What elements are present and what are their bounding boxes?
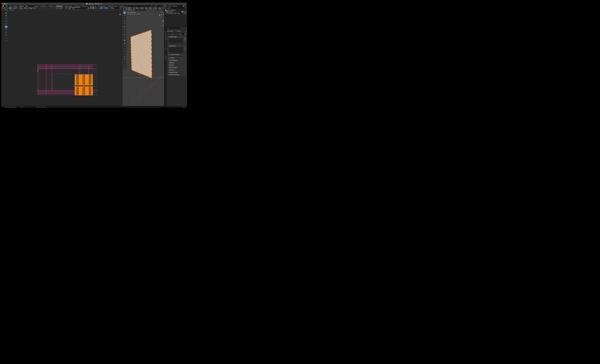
- viewport-annotate-tool[interactable]: ✎: [123, 28, 126, 30]
- breadcrumb-object[interactable]: Tütchen...: [169, 30, 174, 32]
- menu-window[interactable]: Window: [18, 5, 24, 7]
- zoom-icon[interactable]: ⌕: [119, 11, 120, 13]
- uv-image-area[interactable]: ✕: [37, 64, 98, 95]
- uv-map-field[interactable]: UVMap: [109, 7, 119, 9]
- resize-grip-icon[interactable]: ▶: [169, 52, 170, 53]
- uv-snap-toggle[interactable]: ⊂: [56, 7, 58, 9]
- disable-render-icon[interactable]: [185, 13, 186, 14]
- viewport-transform-tool[interactable]: ◈: [123, 25, 126, 28]
- panel-color-attributes[interactable]: ▸Color Attributes∷∷: [168, 59, 187, 61]
- uv-sticky-selection-dropdown[interactable]: ▣▾: [17, 7, 19, 9]
- uv-pinch-tool[interactable]: ≈: [5, 39, 8, 42]
- uv-select-vertex-button[interactable]: ⠂: [7, 7, 9, 9]
- face-select-button[interactable]: ▰: [133, 7, 135, 9]
- panel-normals[interactable]: ▸Normals∷∷: [168, 64, 187, 66]
- panel-geometry-data[interactable]: ▸Geometry Data∷∷: [168, 71, 187, 73]
- outliner-row-scene-collection[interactable]: Scene Collection: [164, 9, 187, 11]
- mirror-x-button[interactable]: X: [148, 9, 150, 11]
- drag-dots-icon[interactable]: ∷∷: [184, 74, 186, 75]
- expand-icon[interactable]: ▾: [166, 11, 166, 12]
- viewport-menu-vertex[interactable]: Vertex: [152, 7, 158, 9]
- add-shape-key-button[interactable]: +: [184, 47, 186, 49]
- unlink-scene-button[interactable]: ×: [166, 5, 167, 7]
- mode-dropdown[interactable]: ⬚Edit Mode▾: [125, 7, 128, 9]
- navigation-gizmo[interactable]: X: [158, 11, 164, 18]
- solid-shading-button[interactable]: ◧: [130, 9, 132, 11]
- properties-tab-particles[interactable]: ∴: [164, 49, 167, 51]
- properties-tab-view-layer[interactable]: ❏: [164, 38, 167, 40]
- drag-dots-icon[interactable]: ∷∷: [184, 67, 186, 68]
- hide-eye-icon[interactable]: [183, 13, 185, 14]
- viewport-poly-build-tool[interactable]: ⌂: [123, 50, 126, 53]
- uv-annotate-tool[interactable]: ✎: [5, 28, 8, 31]
- menu-file[interactable]: File: [5, 5, 9, 7]
- drag-dots-icon[interactable]: ∷∷: [184, 65, 186, 66]
- scene-selector[interactable]: Scene: [153, 5, 163, 7]
- remove-vertex-group-button[interactable]: −: [184, 40, 186, 41]
- viewport-bevel-tool[interactable]: ◢: [123, 42, 126, 44]
- properties-tab-tool[interactable]: ⚒: [164, 31, 167, 33]
- viewport-pan-icon[interactable]: ✋: [162, 20, 164, 22]
- properties-search-input[interactable]: [168, 27, 180, 29]
- uv-rotate-tool[interactable]: ↻: [5, 20, 8, 22]
- properties-tab-physics[interactable]: ◌: [164, 52, 167, 54]
- new-image-button[interactable]: [90, 7, 92, 9]
- outliner-search-input[interactable]: [170, 7, 185, 9]
- drag-dots-icon[interactable]: ∷∷: [184, 46, 186, 46]
- new-scene-button[interactable]: [164, 5, 166, 7]
- uv-pivot-dropdown[interactable]: ⊡▾: [53, 7, 56, 9]
- panel-uv-maps[interactable]: ▸UV Maps∷∷: [168, 57, 187, 59]
- properties-tab-object[interactable]: ▢: [164, 45, 167, 47]
- image-pin-icon[interactable]: [97, 7, 99, 9]
- uv-move-tool[interactable]: +: [5, 17, 8, 20]
- properties-tab-world[interactable]: ◍: [164, 42, 167, 45]
- options-dropdown[interactable]: Options▾: [157, 9, 164, 11]
- uv-menu-uv[interactable]: UV: [33, 7, 36, 9]
- uv-island-selected[interactable]: ✕: [75, 74, 93, 95]
- drag-tool-dropdown[interactable]: Select Box▾: [8, 9, 16, 11]
- gizmo-z-neg-axis[interactable]: [161, 16, 162, 17]
- outliner-row-collection[interactable]: ▾ Collection ✓: [164, 11, 187, 13]
- properties-tab-material[interactable]: ◉: [164, 58, 167, 60]
- uv-tweak-tool[interactable]: ▶: [5, 12, 8, 14]
- viewlayer-icon-dropdown[interactable]: ❏▾: [168, 5, 171, 7]
- image-name-field[interactable]: idml-template-rf42027982-1001__1.png: [68, 7, 87, 9]
- drag-dots-icon[interactable]: ∷∷: [184, 69, 186, 71]
- shape-key-specials-dropdown[interactable]: ▾: [184, 51, 186, 53]
- viewport-canvas[interactable]: User Perspective (1) Tütchen_rissc_mappe…: [122, 11, 164, 106]
- menu-edit[interactable]: Edit: [9, 5, 12, 7]
- viewport-extrude-region-tool[interactable]: ⇧: [123, 36, 126, 39]
- viewport-edge-slide-tool[interactable]: ∥: [123, 58, 126, 61]
- properties-options-dropdown[interactable]: ▾: [186, 27, 187, 28]
- viewport-camera-icon[interactable]: ⌻: [162, 23, 163, 24]
- panel-attributes[interactable]: ▸Attributes∷∷: [168, 62, 187, 64]
- drag-dots-icon[interactable]: ∷∷: [184, 60, 186, 61]
- viewport-spin-tool[interactable]: ◔: [123, 53, 126, 55]
- breadcrumb-data[interactable]: Tütchen...: [177, 30, 182, 32]
- properties-tab-constraints[interactable]: ◇: [164, 54, 167, 56]
- material-shading-button[interactable]: ◨: [132, 9, 135, 11]
- uv-relax-tool[interactable]: ~: [5, 36, 8, 39]
- mirror-z-button[interactable]: Z: [152, 9, 154, 11]
- shape-keys-list[interactable]: ▶ ∷∷: [169, 47, 183, 53]
- pan-hand-icon[interactable]: ✋: [119, 14, 121, 15]
- viewport-add-cube-tool[interactable]: ⊞: [123, 33, 126, 36]
- gizmo-y-axis[interactable]: [159, 15, 160, 16]
- editor-type-dropdown[interactable]: ▦▾: [2, 7, 4, 9]
- menu-help[interactable]: Help: [25, 5, 29, 7]
- outliner-display-mode-dropdown[interactable]: ≡▾: [165, 7, 167, 9]
- viewport-measure-tool[interactable]: ∠: [123, 31, 126, 33]
- collection-checkbox[interactable]: ✓: [182, 11, 183, 12]
- resize-grip-icon[interactable]: ▶: [169, 42, 170, 43]
- scene-icon-dropdown[interactable]: ◑▾: [150, 5, 153, 7]
- unlink-image-button[interactable]: ×: [94, 7, 97, 9]
- xray-toggle[interactable]: ▦: [128, 9, 130, 11]
- workspace-tab-geometry-nodes[interactable]: Geometry Nodes: [106, 5, 118, 7]
- viewport-menu-select[interactable]: Select: [140, 7, 144, 9]
- viewport-scale-tool[interactable]: ↗: [123, 22, 126, 25]
- uv-scale-tool[interactable]: ↗: [5, 23, 8, 25]
- uv-snap-mode-button[interactable]: ↗: [100, 7, 102, 9]
- drag-dots-icon[interactable]: ∷∷: [184, 36, 186, 37]
- outliner-row-mesh-object[interactable]: ▸ ▽ Tütchen_rissc_mappe: [164, 13, 187, 14]
- uv-menu-select[interactable]: Select: [23, 7, 28, 9]
